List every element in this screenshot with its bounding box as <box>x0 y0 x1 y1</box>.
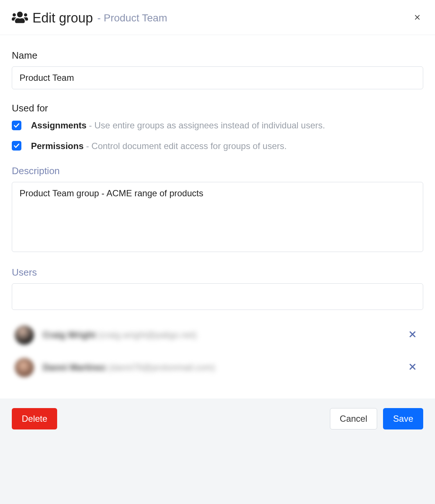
description-label: Description <box>12 165 423 177</box>
delete-button[interactable]: Delete <box>12 408 57 429</box>
users-label: Users <box>12 267 423 278</box>
close-button[interactable] <box>411 11 423 25</box>
description-textarea[interactable] <box>12 182 423 252</box>
name-label: Name <box>12 50 423 61</box>
footer-right: Cancel Save <box>330 408 423 429</box>
modal-subtitle: - Product Team <box>97 12 167 24</box>
checkbox-assignments-text: Assignments - Use entire groups as assig… <box>31 119 325 132</box>
name-input[interactable] <box>12 66 423 89</box>
checkbox-assignments[interactable] <box>12 121 21 130</box>
remove-icon <box>408 329 417 341</box>
modal-title: Edit group <box>32 10 93 26</box>
checkbox-assignments-title: Assignments <box>31 120 87 130</box>
modal-footer: Delete Cancel Save <box>0 398 435 504</box>
field-name: Name <box>12 50 423 89</box>
checkbox-permissions-row: Permissions - Control document edit acce… <box>12 140 423 152</box>
user-text: Danni Martinez (danni76@protonmail.com) <box>43 362 396 373</box>
user-text: Craig Wright (craig.wright@paligo.net) <box>43 330 396 340</box>
remove-icon <box>408 362 417 373</box>
checkbox-permissions-text: Permissions - Control document edit acce… <box>31 140 287 152</box>
user-list: Craig Wright (craig.wright@paligo.net) D… <box>12 319 423 384</box>
remove-user-button[interactable] <box>405 327 420 343</box>
user-name: Danni Martinez <box>43 362 106 372</box>
field-description: Description <box>12 165 423 253</box>
user-email: (danni76@protonmail.com) <box>108 362 215 372</box>
close-icon <box>414 13 421 23</box>
checkbox-permissions-desc: - Control document edit access for group… <box>84 141 287 151</box>
save-button[interactable]: Save <box>383 408 423 429</box>
avatar <box>15 325 34 345</box>
modal-title-wrap: Edit group - Product Team <box>12 10 167 26</box>
modal-header: Edit group - Product Team <box>0 0 435 35</box>
checkbox-permissions[interactable] <box>12 141 21 151</box>
users-icon <box>12 11 28 25</box>
cancel-button[interactable]: Cancel <box>330 408 377 429</box>
user-email: (craig.wright@paligo.net) <box>98 330 196 340</box>
modal-body: Name Used for Assignments - Use entire g… <box>0 35 435 398</box>
checkbox-permissions-title: Permissions <box>31 141 84 151</box>
field-users: Users Craig Wright (craig.wright@paligo.… <box>12 267 423 384</box>
user-row: Craig Wright (craig.wright@paligo.net) <box>12 319 423 351</box>
checkbox-assignments-desc: - Use entire groups as assignees instead… <box>87 120 325 130</box>
users-add-input[interactable] <box>12 283 423 310</box>
field-used-for: Used for Assignments - Use entire groups… <box>12 103 423 152</box>
avatar <box>15 358 34 377</box>
checkbox-assignments-row: Assignments - Use entire groups as assig… <box>12 119 423 132</box>
remove-user-button[interactable] <box>405 359 420 376</box>
user-row: Danni Martinez (danni76@protonmail.com) <box>12 351 423 384</box>
user-name: Craig Wright <box>43 330 96 340</box>
used-for-label: Used for <box>12 103 423 114</box>
